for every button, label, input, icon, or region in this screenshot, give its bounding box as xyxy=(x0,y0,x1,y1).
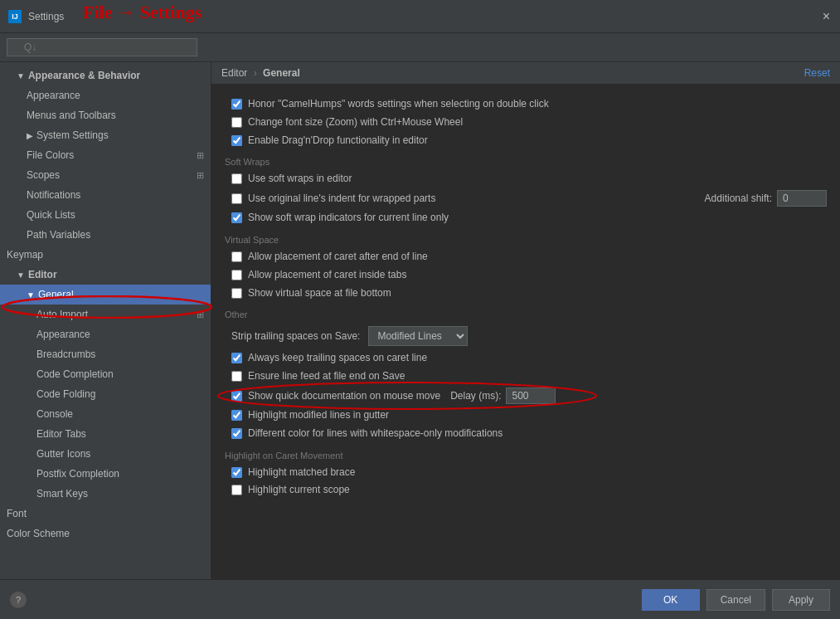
checkbox-highlight-brace-row: Highlight matched brace xyxy=(225,465,827,480)
reset-button[interactable]: Reset xyxy=(804,67,830,79)
use-original-indent-row: Use original line's indent for wrapped p… xyxy=(225,190,827,207)
checkbox-show-indicators-row: Show soft wrap indicators for current li… xyxy=(225,211,827,225)
checkbox-dragndrop-label[interactable]: Enable Drag'n'Drop functionality in edit… xyxy=(248,134,428,148)
checkbox-virtual-space-bottom[interactable] xyxy=(231,288,242,299)
checkbox-quick-doc[interactable] xyxy=(231,391,242,402)
sidebar-item-postfix-completion[interactable]: Postfix Completion xyxy=(0,464,211,484)
sidebar-item-general[interactable]: ▼ General xyxy=(0,285,211,305)
additional-shift-label: Additional shift: xyxy=(705,193,772,204)
soft-wraps-label: Soft Wraps xyxy=(225,157,827,167)
checkbox-different-color[interactable] xyxy=(231,428,242,439)
sidebar-item-auto-import[interactable]: Auto Import ⊞ xyxy=(0,305,211,324)
checkbox-highlight-scope[interactable] xyxy=(231,485,242,495)
close-button[interactable]: × xyxy=(823,10,830,23)
sidebar-item-notifications[interactable]: Notifications xyxy=(0,185,211,205)
sidebar-item-editor[interactable]: ▼ Editor xyxy=(0,265,211,285)
expand-triangle: ▼ xyxy=(17,70,25,82)
sidebar-item-scopes[interactable]: Scopes ⊞ xyxy=(0,165,211,185)
app-icon: IJ xyxy=(8,10,22,23)
sidebar-item-breadcrumbs[interactable]: Breadcrumbs xyxy=(0,344,211,364)
cancel-button[interactable]: Cancel xyxy=(706,589,765,611)
checkbox-caret-after-end[interactable] xyxy=(231,251,242,262)
checkbox-highlight-brace-label[interactable]: Highlight matched brace xyxy=(248,465,355,480)
checkbox-dragndrop[interactable] xyxy=(231,135,242,146)
checkbox-caret-after-end-label[interactable]: Allow placement of caret after end of li… xyxy=(248,250,428,264)
checkbox-use-soft-wraps-label[interactable]: Use soft wraps in editor xyxy=(248,172,352,186)
button-bar: ? OK Cancel Apply xyxy=(0,579,840,619)
editor-triangle: ▼ xyxy=(17,269,25,281)
delay-input[interactable] xyxy=(506,387,556,404)
checkbox-original-indent-label[interactable]: Use original line's indent for wrapped p… xyxy=(248,192,435,206)
checkbox-keep-trailing-label[interactable]: Always keep trailing spaces on caret lin… xyxy=(248,351,427,365)
sidebar-item-menus-toolbars[interactable]: Menus and Toolbars xyxy=(0,105,211,125)
checkbox-highlight-brace[interactable] xyxy=(231,467,242,478)
sidebar-item-appearance-behavior[interactable]: ▼ Appearance & Behavior xyxy=(0,66,211,85)
sidebar-item-file-colors[interactable]: File Colors ⊞ xyxy=(0,145,211,165)
virtual-space-label: Virtual Space xyxy=(225,235,827,245)
sidebar-item-path-variables[interactable]: Path Variables xyxy=(0,225,211,245)
checkbox-caret-after-end-row: Allow placement of caret after end of li… xyxy=(225,250,827,264)
checkbox-use-soft-wraps-row: Use soft wraps in editor xyxy=(225,172,827,186)
breadcrumb-path: Editor › General xyxy=(221,67,300,79)
checkbox-virtual-space-bottom-row: Show virtual space at file bottom xyxy=(225,286,827,300)
highlight-caret-label: Highlight on Caret Movement xyxy=(225,451,827,461)
strip-trailing-dropdown[interactable]: None All Modified Lines xyxy=(368,326,468,346)
checkbox-quick-doc-label[interactable]: Show quick documentation on mouse move xyxy=(248,389,440,403)
sidebar-item-color-scheme[interactable]: Color Scheme xyxy=(0,524,211,543)
checkbox-highlight-scope-row: Highlight current scope xyxy=(225,483,827,497)
help-button[interactable]: ? xyxy=(10,592,27,608)
dialog-body: 🔍 ▼ Appearance & Behavior Appearance Men… xyxy=(0,33,840,619)
checkbox-show-indicators-label[interactable]: Show soft wrap indicators for current li… xyxy=(248,211,449,225)
search-wrapper: 🔍 xyxy=(7,38,197,56)
checkbox-different-color-row: Different color for lines with whitespac… xyxy=(225,426,827,441)
checkbox-camelhumps-label[interactable]: Honor "CamelHumps" words settings when s… xyxy=(248,97,549,111)
checkbox-virtual-space-bottom-label[interactable]: Show virtual space at file bottom xyxy=(248,286,391,300)
sidebar-item-appearance2[interactable]: Appearance xyxy=(0,324,211,344)
checkbox-caret-inside-tabs[interactable] xyxy=(231,270,242,280)
checkbox-keep-trailing-row: Always keep trailing spaces on caret lin… xyxy=(225,351,827,365)
sidebar-item-quick-lists[interactable]: Quick Lists xyxy=(0,205,211,225)
checkbox-font-zoom[interactable] xyxy=(231,117,242,128)
checkbox-different-color-label[interactable]: Different color for lines with whitespac… xyxy=(248,426,503,441)
checkbox-highlight-scope-label[interactable]: Highlight current scope xyxy=(248,483,350,497)
checkbox-font-zoom-row: Change font size (Zoom) with Ctrl+Mouse … xyxy=(225,115,827,129)
sidebar-item-code-completion[interactable]: Code Completion xyxy=(0,364,211,384)
sidebar-item-editor-tabs[interactable]: Editor Tabs xyxy=(0,424,211,444)
checkbox-keep-trailing[interactable] xyxy=(231,353,242,363)
sidebar-item-appearance[interactable]: Appearance xyxy=(0,85,211,105)
sidebar-item-gutter-icons[interactable]: Gutter Icons xyxy=(0,444,211,464)
sidebar-item-smart-keys[interactable]: Smart Keys xyxy=(0,484,211,504)
checkbox-font-zoom-label[interactable]: Change font size (Zoom) with Ctrl+Mouse … xyxy=(248,115,463,129)
sidebar-item-font[interactable]: Font xyxy=(0,504,211,524)
strip-trailing-row: Strip trailing spaces on Save: None All … xyxy=(231,326,827,346)
additional-shift-input[interactable] xyxy=(777,190,827,207)
checkbox-dragndrop-row: Enable Drag'n'Drop functionality in edit… xyxy=(225,134,827,148)
other-label: Other xyxy=(225,310,827,319)
checkbox-use-soft-wraps[interactable] xyxy=(231,173,242,184)
sidebar-item-system-settings[interactable]: ▶ System Settings xyxy=(0,125,211,145)
sidebar-item-console[interactable]: Console xyxy=(0,404,211,424)
settings-content: Honor "CamelHumps" words settings when s… xyxy=(211,85,840,579)
sidebar-item-code-folding[interactable]: Code Folding xyxy=(0,384,211,404)
quick-doc-container: Show quick documentation on mouse move D… xyxy=(225,387,827,404)
checkbox-camelhumps[interactable] xyxy=(231,99,242,110)
checkbox-show-indicators[interactable] xyxy=(231,212,242,223)
breadcrumb-parent: Editor xyxy=(221,67,247,79)
search-input[interactable] xyxy=(7,38,197,56)
content-area: ▼ Appearance & Behavior Appearance Menus… xyxy=(0,62,840,579)
search-bar: 🔍 xyxy=(0,33,840,62)
sidebar: ▼ Appearance & Behavior Appearance Menus… xyxy=(0,62,211,579)
checkbox-line-feed[interactable] xyxy=(231,371,242,382)
checkbox-caret-inside-tabs-row: Allow placement of caret inside tabs xyxy=(225,268,827,282)
breadcrumb-separator: › xyxy=(254,67,257,79)
breadcrumb: Editor › General Reset xyxy=(211,62,840,85)
checkbox-caret-inside-tabs-label[interactable]: Allow placement of caret inside tabs xyxy=(248,268,406,282)
checkbox-line-feed-row: Ensure line feed at file end on Save xyxy=(225,369,827,383)
checkbox-line-feed-label[interactable]: Ensure line feed at file end on Save xyxy=(248,369,405,383)
ok-button[interactable]: OK xyxy=(642,589,700,611)
checkbox-original-indent[interactable] xyxy=(231,193,242,204)
apply-button[interactable]: Apply xyxy=(772,589,830,611)
sidebar-item-keymap[interactable]: Keymap xyxy=(0,245,211,265)
checkbox-highlight-modified[interactable] xyxy=(231,410,242,421)
checkbox-highlight-modified-label[interactable]: Highlight modified lines in gutter xyxy=(248,408,389,422)
